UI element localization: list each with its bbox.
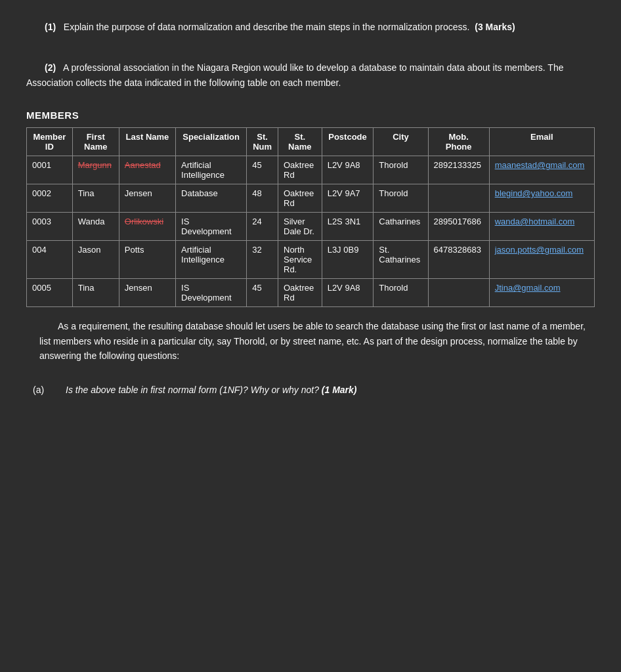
cell-member-id: 0005	[27, 279, 73, 307]
requirement-text-block: As a requirement, the resulting database…	[26, 319, 595, 363]
cell-last-name: Jensen	[119, 184, 175, 213]
cell-spec: Database	[176, 184, 247, 213]
col-email: Email	[489, 128, 594, 156]
cell-mob	[428, 184, 489, 213]
strikethrough-text: Aanestad	[125, 160, 161, 170]
cell-last-name: Jensen	[119, 279, 175, 307]
cell-st-num: 45	[247, 279, 278, 307]
q1-number: (1)	[45, 22, 56, 32]
cell-last-name: Aanestad	[119, 156, 175, 184]
cell-spec: ISDevelopment	[176, 279, 247, 307]
cell-st-num: 48	[247, 184, 278, 213]
members-table: MemberID FirstName Last Name Specializat…	[26, 127, 595, 307]
cell-first-name: Tina	[72, 184, 119, 213]
strikethrough-text: Orlikowski	[125, 217, 163, 226]
cell-spec: ArtificialIntelligence	[176, 156, 247, 184]
email-link: jason.potts@gmail.com	[495, 245, 584, 255]
sub-q-a-marks: (1 Mark)	[322, 385, 357, 395]
table-row: 0003 Wanda Orlikowski ISDevelopment 24 S…	[27, 213, 595, 241]
email-link: Jtina@gmail.com	[495, 283, 561, 293]
col-mob-phone: Mob.Phone	[428, 128, 489, 156]
cell-postcode: L2V 9A8	[322, 156, 374, 184]
cell-email: jason.potts@gmail.com	[489, 241, 594, 279]
cell-postcode: L2V 9A7	[322, 184, 374, 213]
email-link: blegind@yahoo.com	[495, 188, 573, 198]
cell-email: Jtina@gmail.com	[489, 279, 594, 307]
col-st-num: St.Num	[247, 128, 278, 156]
members-label: MEMBERS	[26, 110, 595, 121]
cell-member-id: 0003	[27, 213, 73, 241]
cell-mob	[428, 279, 489, 307]
sub-question-a: (a) Is the above table in first normal f…	[26, 383, 595, 398]
sub-q-a-label: (a)	[33, 383, 53, 398]
cell-st-name: OaktreeRd	[278, 184, 322, 213]
cell-mob: 2895017686	[428, 213, 489, 241]
email-link: maanestad@gmail.com	[495, 160, 585, 170]
table-row: 0005 Tina Jensen ISDevelopment 45 Oaktre…	[27, 279, 595, 307]
q2-number: (2)	[45, 62, 56, 73]
cell-email: blegind@yahoo.com	[489, 184, 594, 213]
cell-first-name: Wanda	[72, 213, 119, 241]
cell-email: maanestad@gmail.com	[489, 156, 594, 184]
cell-st-name: OaktreeRd	[278, 156, 322, 184]
cell-spec: ArtificialIntelligence	[176, 241, 247, 279]
col-postcode: Postcode	[322, 128, 374, 156]
cell-first-name: Jason	[72, 241, 119, 279]
table-row: 0001 Margunn Aanestad ArtificialIntellig…	[27, 156, 595, 184]
cell-city: Thorold	[374, 184, 428, 213]
col-st-name: St.Name	[278, 128, 322, 156]
cell-city: Catharines	[374, 213, 428, 241]
question-2: (2) A professional association in the Ni…	[26, 60, 595, 90]
cell-mob: 2892133325	[428, 156, 489, 184]
col-first-name: FirstName	[72, 128, 119, 156]
question-1: (1) Explain the purpose of data normaliz…	[26, 20, 595, 34]
q1-text: Explain the purpose of data normalizatio…	[64, 22, 470, 32]
col-last-name: Last Name	[119, 128, 175, 156]
cell-first-name: Tina	[72, 279, 119, 307]
col-city: City	[374, 128, 428, 156]
table-header-row: MemberID FirstName Last Name Specializat…	[27, 128, 595, 156]
cell-last-name: Orlikowski	[119, 213, 175, 241]
cell-postcode: L2S 3N1	[322, 213, 374, 241]
table-row: 004 Jason Potts ArtificialIntelligence 3…	[27, 241, 595, 279]
cell-city: St.Catharines	[374, 241, 428, 279]
sub-q-a-question: Is the above table in first normal form …	[66, 385, 319, 395]
cell-st-name: OaktreeRd	[278, 279, 322, 307]
cell-last-name: Potts	[119, 241, 175, 279]
sub-q-a-text: Is the above table in first normal form …	[66, 383, 357, 398]
col-specialization: Specialization	[176, 128, 247, 156]
cell-postcode: L3J 0B9	[322, 241, 374, 279]
cell-city: Thorold	[374, 156, 428, 184]
cell-st-num: 32	[247, 241, 278, 279]
cell-email: wanda@hotmail.com	[489, 213, 594, 241]
cell-st-name: NorthServiceRd.	[278, 241, 322, 279]
cell-member-id: 004	[27, 241, 73, 279]
email-link: wanda@hotmail.com	[495, 217, 575, 226]
strikethrough-text: Margunn	[78, 160, 112, 170]
cell-st-num: 45	[247, 156, 278, 184]
q2-text: A professional association in the Niagar…	[26, 62, 563, 87]
col-member-id: MemberID	[27, 128, 73, 156]
cell-city: Thorold	[374, 279, 428, 307]
requirement-text: As a requirement, the resulting database…	[39, 319, 595, 363]
cell-st-name: SilverDale Dr.	[278, 213, 322, 241]
cell-first-name: Margunn	[72, 156, 119, 184]
cell-postcode: L2V 9A8	[322, 279, 374, 307]
table-row: 0002 Tina Jensen Database 48 OaktreeRd L…	[27, 184, 595, 213]
cell-member-id: 0001	[27, 156, 73, 184]
cell-member-id: 0002	[27, 184, 73, 213]
cell-st-num: 24	[247, 213, 278, 241]
cell-mob: 6478328683	[428, 241, 489, 279]
cell-spec: ISDevelopment	[176, 213, 247, 241]
q1-marks: (3 Marks)	[475, 22, 515, 32]
